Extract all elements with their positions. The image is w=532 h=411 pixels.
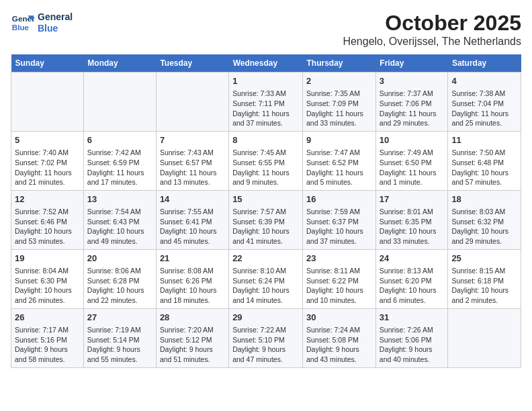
- day-info: Sunrise: 7:33 AM: [232, 89, 299, 99]
- week-row-1: 1Sunrise: 7:33 AMSunset: 7:11 PMDaylight…: [11, 73, 521, 132]
- day-info: Daylight: 11 hours and 21 minutes.: [15, 168, 80, 187]
- day-info: Sunset: 6:24 PM: [232, 276, 299, 286]
- day-number: 10: [380, 134, 445, 146]
- day-number: 21: [160, 253, 225, 265]
- day-number: 31: [380, 312, 445, 324]
- day-cell: 26Sunrise: 7:17 AMSunset: 5:16 PMDayligh…: [11, 308, 84, 367]
- day-info: Daylight: 11 hours and 13 minutes.: [160, 168, 225, 187]
- day-info: Sunset: 6:43 PM: [87, 217, 152, 227]
- day-number: 15: [232, 193, 299, 205]
- day-info: Daylight: 11 hours and 29 minutes.: [380, 109, 445, 128]
- day-info: Sunrise: 7:49 AM: [380, 148, 445, 158]
- day-info: Sunset: 5:14 PM: [87, 335, 152, 345]
- day-info: Daylight: 10 hours and 33 minutes.: [380, 226, 445, 246]
- day-info: Daylight: 11 hours and 1 minute.: [380, 168, 445, 187]
- day-cell: 18Sunrise: 8:03 AMSunset: 6:32 PMDayligh…: [448, 190, 521, 249]
- day-number: 16: [306, 193, 372, 205]
- day-cell: 30Sunrise: 7:24 AMSunset: 5:08 PMDayligh…: [303, 308, 376, 367]
- logo-line2: Blue: [38, 23, 73, 34]
- day-number: 24: [380, 253, 445, 265]
- day-number: 27: [87, 312, 152, 324]
- day-info: Sunrise: 7:20 AM: [160, 325, 225, 335]
- day-cell: 5Sunrise: 7:40 AMSunset: 7:02 PMDaylight…: [11, 131, 84, 190]
- day-info: Sunrise: 7:37 AM: [380, 89, 445, 99]
- day-number: 3: [380, 75, 445, 87]
- day-cell: 21Sunrise: 8:08 AMSunset: 6:26 PMDayligh…: [156, 249, 228, 308]
- day-info: Daylight: 10 hours and 10 minutes.: [306, 285, 372, 305]
- day-info: Sunrise: 7:54 AM: [87, 207, 152, 217]
- day-info: Sunset: 5:08 PM: [306, 335, 372, 345]
- day-info: Daylight: 10 hours and 41 minutes.: [232, 226, 299, 246]
- day-info: Sunrise: 7:26 AM: [380, 325, 445, 335]
- calendar-header: Sunday Monday Tuesday Wednesday Thursday…: [11, 54, 521, 73]
- day-cell: 13Sunrise: 7:54 AMSunset: 6:43 PMDayligh…: [83, 190, 156, 249]
- day-info: Sunset: 6:26 PM: [160, 276, 225, 286]
- day-info: Daylight: 10 hours and 29 minutes.: [451, 226, 517, 246]
- day-info: Sunrise: 7:17 AM: [15, 325, 80, 335]
- day-info: Sunset: 6:41 PM: [160, 217, 225, 227]
- logo: General Blue General Blue: [11, 11, 73, 35]
- col-tuesday: Tuesday: [156, 54, 228, 73]
- day-info: Sunrise: 8:04 AM: [15, 266, 80, 276]
- day-info: Sunset: 6:30 PM: [15, 276, 80, 286]
- page-subtitle: Hengelo, Overijssel, The Netherlands: [343, 36, 521, 48]
- day-cell: 4Sunrise: 7:38 AMSunset: 7:04 PMDaylight…: [448, 73, 521, 132]
- day-info: Sunset: 7:09 PM: [306, 99, 372, 109]
- day-cell: 17Sunrise: 8:01 AMSunset: 6:35 PMDayligh…: [375, 190, 448, 249]
- day-info: Sunrise: 7:24 AM: [306, 325, 372, 335]
- day-number: 2: [306, 75, 372, 87]
- day-info: Daylight: 10 hours and 22 minutes.: [87, 285, 152, 305]
- day-info: Daylight: 11 hours and 37 minutes.: [232, 109, 299, 128]
- day-number: 29: [232, 312, 299, 324]
- day-cell: 15Sunrise: 7:57 AMSunset: 6:39 PMDayligh…: [229, 190, 303, 249]
- day-info: Sunrise: 7:50 AM: [451, 148, 517, 158]
- day-number: 4: [451, 75, 517, 87]
- day-info: Daylight: 10 hours and 18 minutes.: [160, 285, 225, 305]
- calendar-table: Sunday Monday Tuesday Wednesday Thursday…: [11, 54, 521, 368]
- header-row: Sunday Monday Tuesday Wednesday Thursday…: [11, 54, 521, 73]
- day-info: Sunset: 6:39 PM: [232, 217, 299, 227]
- day-number: 11: [451, 134, 517, 146]
- col-sunday: Sunday: [11, 54, 84, 73]
- day-info: Sunset: 6:57 PM: [160, 158, 225, 168]
- day-cell: 8Sunrise: 7:45 AMSunset: 6:55 PMDaylight…: [229, 131, 303, 190]
- day-info: Sunset: 5:12 PM: [160, 335, 225, 345]
- col-monday: Monday: [83, 54, 156, 73]
- day-cell: 22Sunrise: 8:10 AMSunset: 6:24 PMDayligh…: [229, 249, 303, 308]
- day-cell: 7Sunrise: 7:43 AMSunset: 6:57 PMDaylight…: [156, 131, 228, 190]
- day-info: Sunrise: 7:35 AM: [306, 89, 372, 99]
- day-info: Sunrise: 8:13 AM: [380, 266, 445, 276]
- day-number: 9: [306, 134, 372, 146]
- day-info: Sunrise: 7:43 AM: [160, 148, 225, 158]
- col-friday: Friday: [375, 54, 448, 73]
- day-info: Sunrise: 7:22 AM: [232, 325, 299, 335]
- logo-icon: General Blue: [11, 11, 35, 35]
- day-cell: [448, 308, 521, 367]
- day-info: Sunset: 6:55 PM: [232, 158, 299, 168]
- day-info: Daylight: 9 hours and 58 minutes.: [15, 345, 80, 364]
- day-info: Sunrise: 8:11 AM: [306, 266, 372, 276]
- svg-text:Blue: Blue: [12, 23, 30, 32]
- day-info: Daylight: 10 hours and 49 minutes.: [87, 226, 152, 246]
- day-cell: 12Sunrise: 7:52 AMSunset: 6:46 PMDayligh…: [11, 190, 84, 249]
- day-info: Sunrise: 8:06 AM: [87, 266, 152, 276]
- day-info: Daylight: 11 hours and 5 minutes.: [306, 168, 372, 187]
- day-number: 19: [15, 253, 80, 265]
- day-cell: 23Sunrise: 8:11 AMSunset: 6:22 PMDayligh…: [303, 249, 376, 308]
- day-info: Sunrise: 7:52 AM: [15, 207, 80, 217]
- day-info: Sunset: 6:37 PM: [306, 217, 372, 227]
- day-info: Sunrise: 7:42 AM: [87, 148, 152, 158]
- day-cell: 3Sunrise: 7:37 AMSunset: 7:06 PMDaylight…: [375, 73, 448, 132]
- day-info: Sunset: 6:35 PM: [380, 217, 445, 227]
- day-info: Sunrise: 7:57 AM: [232, 207, 299, 217]
- day-info: Daylight: 9 hours and 51 minutes.: [160, 345, 225, 364]
- day-number: 23: [306, 253, 372, 265]
- page-title: October 2025: [343, 11, 521, 36]
- day-cell: 28Sunrise: 7:20 AMSunset: 5:12 PMDayligh…: [156, 308, 228, 367]
- calendar-body: 1Sunrise: 7:33 AMSunset: 7:11 PMDaylight…: [11, 73, 521, 368]
- day-info: Sunset: 6:32 PM: [451, 217, 517, 227]
- day-number: 30: [306, 312, 372, 324]
- day-cell: 10Sunrise: 7:49 AMSunset: 6:50 PMDayligh…: [375, 131, 448, 190]
- page-header: General Blue General Blue October 2025 H…: [11, 11, 521, 48]
- day-info: Daylight: 9 hours and 47 minutes.: [232, 345, 299, 364]
